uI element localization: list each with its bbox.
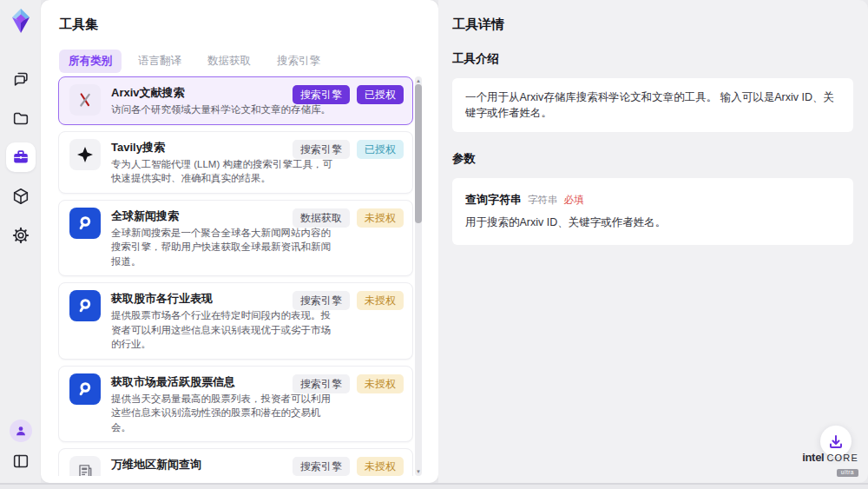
parameter-name: 查询字符串 [465, 193, 522, 206]
tool-tile [69, 456, 101, 476]
intel-logo-text: intel [802, 452, 824, 463]
settings-gear-icon [11, 226, 30, 245]
list-scrollbar[interactable]: ▲ ▼ [415, 76, 422, 476]
sidebar-item-toolbox[interactable] [6, 142, 36, 172]
page-title: 工具集 [59, 17, 98, 33]
toolbox-icon [11, 148, 30, 167]
tool-description: 全球新闻搜索是一个聚合全球各大新闻网站内容的搜索引擎，帮助用户快速获取全球最新资… [111, 226, 339, 269]
parameter-type: 字符串 [528, 195, 558, 205]
parameter-header: 查询字符串字符串必填 [465, 191, 840, 208]
category-badge: 数据获取 [293, 208, 350, 228]
category-badge: 搜索引擎 [293, 140, 350, 159]
parameter-required-badge: 必填 [564, 195, 584, 205]
sidebar-nav [6, 64, 36, 250]
tool-tile [69, 290, 101, 321]
category-badge: 搜索引擎 [293, 374, 350, 393]
sidebar-item-folder[interactable] [6, 103, 36, 133]
tool-description: 提供股票市场各个行业在特定时间段内的表现。投资者可以利用这些信息来识别表现优于或… [111, 308, 339, 352]
arxiv-icon [74, 89, 96, 111]
sparkle-icon [75, 144, 95, 165]
auth-status-badge: 已授权 [357, 85, 404, 104]
news-icon [75, 295, 95, 316]
intro-heading: 工具介绍 [452, 51, 853, 67]
category-tabs: 所有类别语言翻译数据获取搜索引擎 [59, 50, 330, 73]
scrollbar-thumb[interactable] [415, 84, 422, 223]
news-icon [75, 213, 95, 234]
scrollbar-up-arrow-icon[interactable]: ▲ [415, 77, 422, 84]
auth-status-badge: 未授权 [357, 291, 404, 310]
sidebar-item-settings-gear[interactable] [6, 221, 36, 250]
category-badge: 搜索引擎 [293, 85, 350, 104]
auth-status-badge: 未授权 [357, 457, 404, 476]
tool-tile [69, 84, 101, 116]
user-avatar-icon [14, 424, 28, 438]
sidebar-bottom [0, 420, 41, 472]
tool-card-list: Arxiv文献搜索 访问各个研究领域大量科学论文和文章的存储库。 搜索引擎 已授… [58, 76, 413, 476]
news-icon [75, 379, 95, 400]
tool-tile [69, 139, 101, 170]
tool-tile [69, 373, 101, 405]
download-icon [827, 433, 845, 450]
app-window: 工具集 所有类别语言翻译数据获取搜索引擎 Arxiv文献搜索 访问各个研究领域大… [0, 0, 868, 483]
parameter-card: 查询字符串字符串必填 用于搜索的Arxiv ID、关键字或作者姓名。 [452, 178, 853, 245]
tool-list-panel: 工具集 所有类别语言翻译数据获取搜索引擎 Arxiv文献搜索 访问各个研究领域大… [41, 0, 438, 483]
tool-tile [69, 208, 101, 239]
params-heading: 参数 [452, 151, 853, 167]
auth-status-badge: 已授权 [357, 140, 404, 159]
tool-card[interactable]: Arxiv文献搜索 访问各个研究领域大量科学论文和文章的存储库。 搜索引擎 已授… [58, 76, 413, 125]
tab-语言翻译[interactable]: 语言翻译 [128, 50, 191, 73]
auth-status-badge: 未授权 [357, 208, 404, 228]
folder-icon [11, 109, 30, 128]
chat-icon [11, 69, 30, 89]
app-logo-icon [9, 7, 33, 35]
tool-card[interactable]: Tavily搜索 专为人工智能代理 (LLM) 构建的搜索引擎工具，可快速提供实… [58, 131, 413, 194]
tool-description: 访问各个研究领域大量科学论文和文章的存储库。 [111, 102, 339, 117]
sidebar-item-user-avatar[interactable] [10, 420, 32, 442]
intel-core-ultra-logo: intel CORE ultra [802, 452, 858, 477]
tool-description: 专为人工智能代理 (LLM) 构建的搜索引擎工具，可快速提供实时、准确和真实的结… [111, 157, 339, 186]
tool-intro-text: 一个用于从Arxiv存储库搜索科学论文和文章的工具。 输入可以是Arxiv ID… [465, 89, 840, 121]
sidebar [0, 0, 41, 483]
side-panel-icon [11, 452, 30, 471]
auth-status-badge: 未授权 [357, 374, 404, 393]
tool-detail-panel: 工具详情 工具介绍 一个用于从Arxiv存储库搜索科学论文和文章的工具。 输入可… [438, 0, 868, 483]
tab-数据获取[interactable]: 数据获取 [198, 50, 260, 73]
tool-card[interactable]: 获取市场最活跃股票信息 提供当天交易量最高的股票列表，投资者可以利用这些信息来识… [58, 366, 413, 443]
ultra-badge: ultra [837, 469, 858, 478]
cube-icon [11, 187, 30, 206]
scrollbar-down-arrow-icon[interactable]: ▼ [415, 468, 422, 475]
parameter-description: 用于搜索的Arxiv ID、关键字或作者姓名。 [465, 215, 840, 230]
tool-card[interactable]: 万维地区新闻查询 查询具体行政区划内的新闻，快速了解各地新闻动 搜索引擎 未授权 [58, 448, 413, 476]
tool-card[interactable]: 获取股市各行业表现 提供股票市场各个行业在特定时间段内的表现。投资者可以利用这些… [58, 282, 413, 360]
core-logo-text: CORE [826, 453, 858, 463]
sidebar-item-cube[interactable] [6, 182, 36, 211]
tool-description: 提供当天交易量最高的股票列表，投资者可以利用这些信息来识别流动性强的股票和潜在的… [111, 392, 339, 435]
tab-搜索引擎[interactable]: 搜索引擎 [267, 50, 330, 73]
tab-所有类别[interactable]: 所有类别 [59, 50, 122, 73]
detail-title: 工具详情 [452, 17, 853, 33]
category-badge: 搜索引擎 [293, 457, 350, 476]
category-badge: 搜索引擎 [293, 291, 350, 310]
tool-card[interactable]: 全球新闻搜索 全球新闻搜索是一个聚合全球各大新闻网站内容的搜索引擎，帮助用户快速… [58, 200, 413, 277]
sidebar-item-chat[interactable] [6, 64, 36, 94]
sidebar-item-side-panel[interactable] [8, 450, 34, 472]
newspaper-icon [75, 461, 95, 476]
tool-intro-card: 一个用于从Arxiv存储库搜索科学论文和文章的工具。 输入可以是Arxiv ID… [452, 78, 853, 132]
